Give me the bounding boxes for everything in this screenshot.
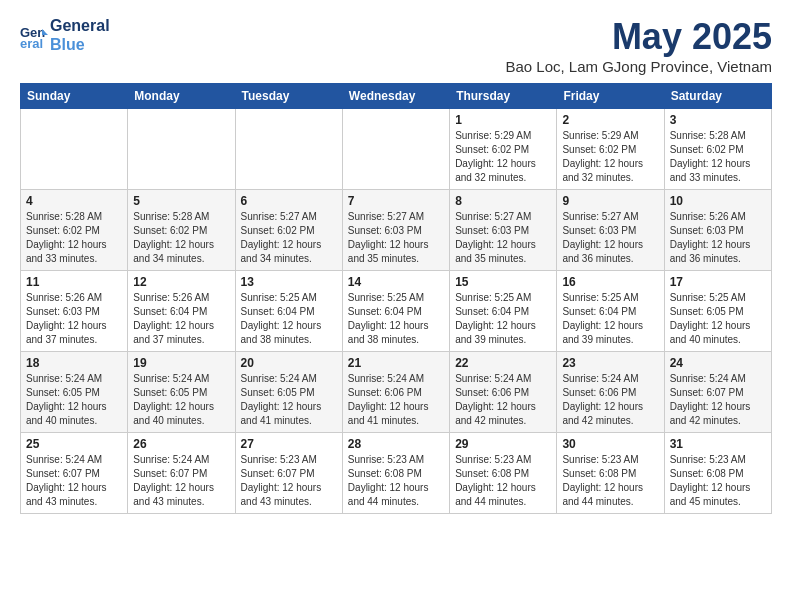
calendar-day-cell: 14Sunrise: 5:25 AM Sunset: 6:04 PM Dayli… xyxy=(342,271,449,352)
calendar-day-cell xyxy=(21,109,128,190)
day-info: Sunrise: 5:25 AM Sunset: 6:04 PM Dayligh… xyxy=(455,291,551,347)
day-info: Sunrise: 5:29 AM Sunset: 6:02 PM Dayligh… xyxy=(562,129,658,185)
calendar-day-cell: 25Sunrise: 5:24 AM Sunset: 6:07 PM Dayli… xyxy=(21,433,128,514)
day-info: Sunrise: 5:24 AM Sunset: 6:07 PM Dayligh… xyxy=(26,453,122,509)
logo: Gen eral General Blue xyxy=(20,16,110,54)
calendar-day-cell: 18Sunrise: 5:24 AM Sunset: 6:05 PM Dayli… xyxy=(21,352,128,433)
day-number: 3 xyxy=(670,113,766,127)
day-info: Sunrise: 5:24 AM Sunset: 6:06 PM Dayligh… xyxy=(455,372,551,428)
calendar-week-row: 25Sunrise: 5:24 AM Sunset: 6:07 PM Dayli… xyxy=(21,433,772,514)
day-number: 28 xyxy=(348,437,444,451)
day-info: Sunrise: 5:24 AM Sunset: 6:06 PM Dayligh… xyxy=(562,372,658,428)
calendar-body: 1Sunrise: 5:29 AM Sunset: 6:02 PM Daylig… xyxy=(21,109,772,514)
day-info: Sunrise: 5:23 AM Sunset: 6:08 PM Dayligh… xyxy=(562,453,658,509)
day-number: 6 xyxy=(241,194,337,208)
day-info: Sunrise: 5:24 AM Sunset: 6:07 PM Dayligh… xyxy=(133,453,229,509)
day-number: 27 xyxy=(241,437,337,451)
day-info: Sunrise: 5:28 AM Sunset: 6:02 PM Dayligh… xyxy=(26,210,122,266)
calendar-day-cell: 10Sunrise: 5:26 AM Sunset: 6:03 PM Dayli… xyxy=(664,190,771,271)
calendar-day-cell: 27Sunrise: 5:23 AM Sunset: 6:07 PM Dayli… xyxy=(235,433,342,514)
calendar-day-cell: 17Sunrise: 5:25 AM Sunset: 6:05 PM Dayli… xyxy=(664,271,771,352)
day-info: Sunrise: 5:24 AM Sunset: 6:06 PM Dayligh… xyxy=(348,372,444,428)
day-info: Sunrise: 5:23 AM Sunset: 6:08 PM Dayligh… xyxy=(348,453,444,509)
day-number: 17 xyxy=(670,275,766,289)
day-number: 7 xyxy=(348,194,444,208)
day-number: 21 xyxy=(348,356,444,370)
day-info: Sunrise: 5:23 AM Sunset: 6:08 PM Dayligh… xyxy=(670,453,766,509)
day-number: 15 xyxy=(455,275,551,289)
day-number: 11 xyxy=(26,275,122,289)
day-info: Sunrise: 5:24 AM Sunset: 6:05 PM Dayligh… xyxy=(133,372,229,428)
day-number: 19 xyxy=(133,356,229,370)
day-number: 2 xyxy=(562,113,658,127)
day-number: 20 xyxy=(241,356,337,370)
day-info: Sunrise: 5:24 AM Sunset: 6:05 PM Dayligh… xyxy=(241,372,337,428)
calendar-day-cell: 1Sunrise: 5:29 AM Sunset: 6:02 PM Daylig… xyxy=(450,109,557,190)
weekday-header-cell: Wednesday xyxy=(342,84,449,109)
day-number: 22 xyxy=(455,356,551,370)
calendar-day-cell: 26Sunrise: 5:24 AM Sunset: 6:07 PM Dayli… xyxy=(128,433,235,514)
day-number: 14 xyxy=(348,275,444,289)
calendar-day-cell: 8Sunrise: 5:27 AM Sunset: 6:03 PM Daylig… xyxy=(450,190,557,271)
day-info: Sunrise: 5:23 AM Sunset: 6:07 PM Dayligh… xyxy=(241,453,337,509)
day-number: 13 xyxy=(241,275,337,289)
day-number: 12 xyxy=(133,275,229,289)
title-section: May 2025 Bao Loc, Lam GJong Province, Vi… xyxy=(505,16,772,75)
calendar-day-cell xyxy=(128,109,235,190)
day-info: Sunrise: 5:25 AM Sunset: 6:04 PM Dayligh… xyxy=(562,291,658,347)
day-info: Sunrise: 5:26 AM Sunset: 6:04 PM Dayligh… xyxy=(133,291,229,347)
day-number: 24 xyxy=(670,356,766,370)
calendar-day-cell: 21Sunrise: 5:24 AM Sunset: 6:06 PM Dayli… xyxy=(342,352,449,433)
calendar-week-row: 18Sunrise: 5:24 AM Sunset: 6:05 PM Dayli… xyxy=(21,352,772,433)
calendar-day-cell: 7Sunrise: 5:27 AM Sunset: 6:03 PM Daylig… xyxy=(342,190,449,271)
calendar-day-cell: 3Sunrise: 5:28 AM Sunset: 6:02 PM Daylig… xyxy=(664,109,771,190)
logo-line1: General xyxy=(50,16,110,35)
day-info: Sunrise: 5:27 AM Sunset: 6:03 PM Dayligh… xyxy=(562,210,658,266)
day-info: Sunrise: 5:24 AM Sunset: 6:05 PM Dayligh… xyxy=(26,372,122,428)
weekday-header-cell: Tuesday xyxy=(235,84,342,109)
day-number: 10 xyxy=(670,194,766,208)
day-info: Sunrise: 5:27 AM Sunset: 6:02 PM Dayligh… xyxy=(241,210,337,266)
day-info: Sunrise: 5:25 AM Sunset: 6:04 PM Dayligh… xyxy=(241,291,337,347)
weekday-header-cell: Thursday xyxy=(450,84,557,109)
weekday-header-cell: Saturday xyxy=(664,84,771,109)
logo-icon: Gen eral xyxy=(20,21,48,49)
calendar-day-cell: 4Sunrise: 5:28 AM Sunset: 6:02 PM Daylig… xyxy=(21,190,128,271)
calendar-day-cell: 30Sunrise: 5:23 AM Sunset: 6:08 PM Dayli… xyxy=(557,433,664,514)
day-number: 31 xyxy=(670,437,766,451)
calendar-table: SundayMondayTuesdayWednesdayThursdayFrid… xyxy=(20,83,772,514)
day-info: Sunrise: 5:28 AM Sunset: 6:02 PM Dayligh… xyxy=(670,129,766,185)
calendar-day-cell: 5Sunrise: 5:28 AM Sunset: 6:02 PM Daylig… xyxy=(128,190,235,271)
day-number: 30 xyxy=(562,437,658,451)
day-number: 25 xyxy=(26,437,122,451)
day-number: 4 xyxy=(26,194,122,208)
calendar-day-cell: 15Sunrise: 5:25 AM Sunset: 6:04 PM Dayli… xyxy=(450,271,557,352)
calendar-day-cell xyxy=(342,109,449,190)
calendar-day-cell: 13Sunrise: 5:25 AM Sunset: 6:04 PM Dayli… xyxy=(235,271,342,352)
day-number: 23 xyxy=(562,356,658,370)
svg-text:eral: eral xyxy=(20,36,43,49)
calendar-day-cell: 29Sunrise: 5:23 AM Sunset: 6:08 PM Dayli… xyxy=(450,433,557,514)
day-number: 9 xyxy=(562,194,658,208)
day-info: Sunrise: 5:25 AM Sunset: 6:04 PM Dayligh… xyxy=(348,291,444,347)
day-info: Sunrise: 5:28 AM Sunset: 6:02 PM Dayligh… xyxy=(133,210,229,266)
calendar-day-cell xyxy=(235,109,342,190)
calendar-week-row: 4Sunrise: 5:28 AM Sunset: 6:02 PM Daylig… xyxy=(21,190,772,271)
calendar-day-cell: 16Sunrise: 5:25 AM Sunset: 6:04 PM Dayli… xyxy=(557,271,664,352)
calendar-week-row: 11Sunrise: 5:26 AM Sunset: 6:03 PM Dayli… xyxy=(21,271,772,352)
calendar-day-cell: 23Sunrise: 5:24 AM Sunset: 6:06 PM Dayli… xyxy=(557,352,664,433)
weekday-header: SundayMondayTuesdayWednesdayThursdayFrid… xyxy=(21,84,772,109)
day-number: 1 xyxy=(455,113,551,127)
day-info: Sunrise: 5:24 AM Sunset: 6:07 PM Dayligh… xyxy=(670,372,766,428)
calendar-week-row: 1Sunrise: 5:29 AM Sunset: 6:02 PM Daylig… xyxy=(21,109,772,190)
day-number: 16 xyxy=(562,275,658,289)
day-info: Sunrise: 5:29 AM Sunset: 6:02 PM Dayligh… xyxy=(455,129,551,185)
day-number: 29 xyxy=(455,437,551,451)
day-info: Sunrise: 5:26 AM Sunset: 6:03 PM Dayligh… xyxy=(670,210,766,266)
calendar-day-cell: 28Sunrise: 5:23 AM Sunset: 6:08 PM Dayli… xyxy=(342,433,449,514)
day-info: Sunrise: 5:25 AM Sunset: 6:05 PM Dayligh… xyxy=(670,291,766,347)
weekday-header-cell: Monday xyxy=(128,84,235,109)
weekday-header-cell: Friday xyxy=(557,84,664,109)
calendar-day-cell: 11Sunrise: 5:26 AM Sunset: 6:03 PM Dayli… xyxy=(21,271,128,352)
calendar-day-cell: 20Sunrise: 5:24 AM Sunset: 6:05 PM Dayli… xyxy=(235,352,342,433)
